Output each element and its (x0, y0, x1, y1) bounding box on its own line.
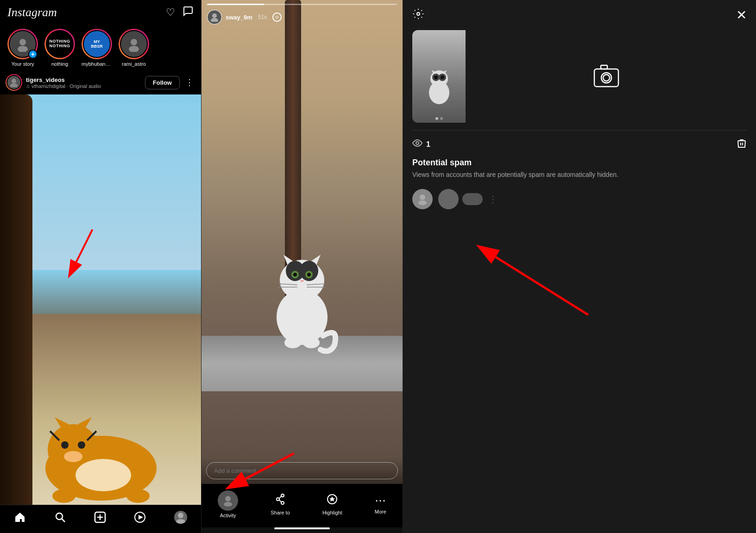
story-mute-icon[interactable] (272, 13, 282, 22)
story-more-action[interactable]: ⋯ More (375, 494, 386, 514)
spam-user-avatar (412, 189, 433, 209)
story-item-nothing[interactable]: NOTHINGnothing nothing (44, 29, 75, 67)
svg-point-10 (64, 451, 82, 462)
story-user-row: sway_9m 51s (207, 8, 397, 26)
story-item-your-story[interactable]: + Your story (7, 29, 38, 67)
activity-label: Activity (220, 513, 236, 518)
feed-panel: Instagram ♡ + Your story (0, 0, 202, 533)
post-info: tigers_videos ♫ vthamizhdigital · Origin… (26, 76, 141, 89)
svg-point-2 (131, 39, 137, 45)
profile-nav-icon[interactable] (174, 511, 187, 524)
svg-point-26 (176, 519, 185, 524)
views-count: 1 (426, 140, 430, 149)
home-indicator (274, 527, 330, 529)
story-label-rami-astro: rami_astro (122, 61, 146, 67)
svg-point-50 (281, 494, 284, 497)
svg-point-4 (12, 79, 16, 83)
story-share-action[interactable]: Share to (271, 493, 290, 515)
svg-point-46 (212, 13, 217, 18)
svg-point-16 (126, 489, 150, 503)
settings-icon[interactable] (412, 8, 424, 23)
post-image (0, 94, 202, 533)
svg-point-65 (434, 75, 438, 79)
spam-toggle-area (438, 189, 483, 209)
story-time: 51s (258, 14, 267, 20)
spam-more-icon[interactable]: ⋮ (488, 194, 498, 205)
svg-point-52 (281, 502, 284, 504)
story-bottom-bar: Activity Share to Highlight (202, 484, 403, 527)
story-poster-username: sway_9m (226, 14, 252, 21)
feed-header: Instagram ♡ (0, 0, 201, 25)
story-comment-area (202, 458, 403, 484)
share-icon (274, 493, 286, 508)
story-comment-input[interactable] (206, 462, 398, 479)
post-header: tigers_videos ♫ vthamizhdigital · Origin… (0, 70, 201, 94)
insights-story-camera[interactable] (466, 30, 747, 123)
tiger-image (27, 385, 175, 514)
instagram-logo: Instagram (7, 6, 57, 19)
insights-spam-title: Potential spam (412, 158, 747, 168)
svg-point-15 (52, 489, 76, 503)
search-nav-icon[interactable] (54, 511, 66, 523)
story-label-your-story: Your story (11, 61, 34, 67)
post-username: tigers_videos (26, 76, 141, 83)
svg-point-25 (178, 513, 183, 518)
story-activity-avatar (218, 490, 238, 511)
insights-header: ✕ (403, 0, 756, 30)
svg-point-48 (225, 496, 231, 502)
share-to-label: Share to (271, 510, 290, 515)
insights-panel: ✕ (403, 0, 756, 533)
divider-1 (412, 130, 747, 131)
svg-point-49 (224, 502, 232, 507)
svg-marker-24 (139, 515, 143, 520)
header-icons: ♡ (166, 6, 194, 19)
close-icon[interactable]: ✕ (736, 7, 747, 23)
highlight-icon (326, 493, 338, 508)
story-top-bar: sway_9m 51s (202, 0, 403, 28)
svg-rect-67 (594, 69, 618, 87)
svg-line-54 (279, 500, 281, 502)
insights-spam-section: Potential spam Views from accounts that … (403, 150, 756, 183)
svg-point-66 (441, 75, 444, 79)
story-progress-bar (207, 4, 397, 5)
svg-line-77 (496, 257, 588, 315)
heart-icon[interactable]: ♡ (166, 6, 175, 19)
delete-icon[interactable] (737, 138, 747, 150)
follow-button[interactable]: Follow (145, 76, 180, 89)
svg-point-51 (277, 498, 279, 501)
more-options-icon[interactable]: ⋮ (183, 77, 195, 88)
more-label: More (375, 509, 386, 514)
nothing-story-text: NOTHINGnothing (50, 39, 70, 49)
spam-toggle-circle (438, 189, 459, 209)
story-progress-fill (207, 4, 264, 5)
home-nav-icon[interactable] (14, 511, 26, 523)
add-story-plus[interactable]: + (28, 50, 38, 59)
story-viewer-panel: sway_9m 51s Activity (202, 0, 403, 533)
reels-nav-icon[interactable] (134, 511, 146, 523)
story-activity-action[interactable]: Activity (218, 490, 238, 518)
spam-toggle-rect[interactable] (462, 193, 483, 205)
svg-point-74 (420, 194, 425, 200)
insights-thumbnail (412, 30, 466, 123)
svg-point-9 (78, 441, 85, 449)
eye-icon (412, 138, 422, 150)
story-highlight-action[interactable]: Highlight (322, 493, 342, 515)
insights-story-preview (412, 30, 747, 123)
svg-point-38 (307, 273, 311, 276)
svg-point-58 (417, 13, 420, 15)
insights-views-row: 1 (403, 138, 756, 150)
svg-point-44 (284, 337, 301, 348)
svg-point-45 (303, 337, 320, 348)
bottom-nav (0, 505, 201, 533)
messenger-icon[interactable] (183, 6, 194, 19)
svg-point-0 (19, 39, 26, 45)
svg-line-53 (279, 496, 281, 499)
story-poster-avatar[interactable] (207, 10, 222, 25)
create-nav-icon[interactable] (94, 511, 106, 523)
svg-point-71 (416, 142, 419, 144)
svg-point-18 (56, 513, 63, 520)
svg-point-17 (76, 459, 131, 491)
story-item-mybhubaneswar[interactable]: MYBBSR mybhubaneswar (82, 29, 112, 67)
story-item-rami-astro[interactable]: rami_astro (119, 29, 149, 67)
more-icon: ⋯ (375, 494, 386, 507)
